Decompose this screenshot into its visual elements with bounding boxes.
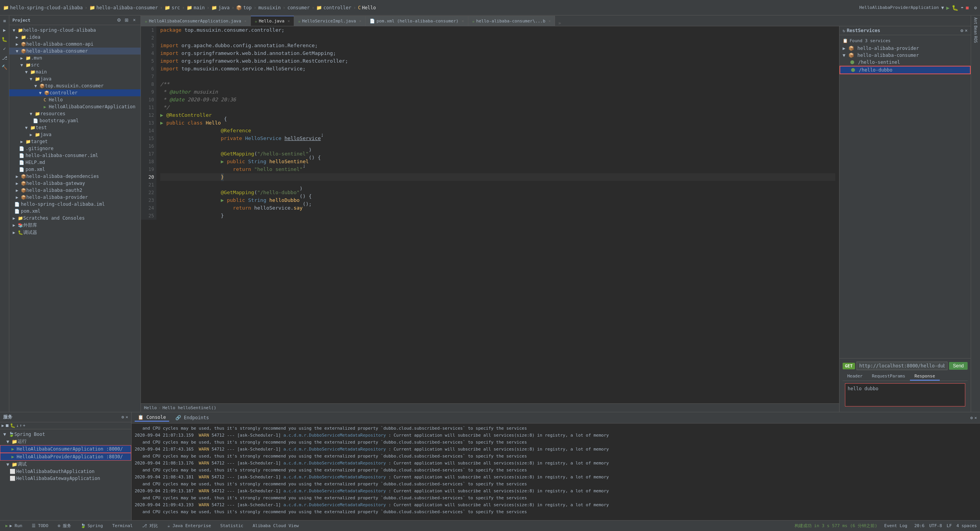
tree-root-pom[interactable]: 📄 pom.xml (9, 208, 140, 215)
stop-btn[interactable]: ■ (966, 5, 969, 10)
tree-test[interactable]: ▼ 📁 test (9, 124, 140, 131)
run-sidebar-icon[interactable]: ▶ (1, 26, 9, 34)
tree-resources[interactable]: ▼ 📁 resources (9, 110, 140, 117)
right-sidebar-icon-1[interactable]: Ant (972, 17, 980, 25)
breadcrumb-module[interactable]: hello-alibaba-consumer (96, 5, 158, 10)
tree-main[interactable]: ▼ 📁 main (9, 68, 140, 75)
tree-pom-consumer[interactable]: 📄 pom.xml (9, 166, 140, 173)
services-tool-2[interactable]: × (125, 415, 128, 420)
terminal-status-btn[interactable]: Terminal (110, 521, 135, 531)
tab-consumer-b[interactable]: ☕ hello-alibaba-consumer\...b × (468, 16, 555, 26)
svc-tb-4[interactable]: ↓ (16, 423, 19, 428)
tab-pom[interactable]: 📄 pom.xml (hello-alibaba-consumer) × (366, 16, 468, 26)
breadcrumb-main[interactable]: main (194, 5, 205, 10)
console-settings-icon[interactable]: ⚙ (970, 415, 973, 420)
breadcrumb-java[interactable]: java (218, 5, 230, 10)
tree-gitignore[interactable]: 📄 .gitignore (9, 145, 140, 152)
rest-tab-response[interactable]: Response (910, 372, 940, 381)
rest-tab-params[interactable]: RequestParams (867, 372, 910, 381)
java-ent-status-btn[interactable]: ☕ Java Enterprise (165, 521, 213, 531)
breadcrumb-top[interactable]: top (243, 5, 252, 10)
structure-icon[interactable]: ≡ (1, 17, 9, 25)
tree-hello-class[interactable]: C Hello (9, 96, 140, 103)
settings-btn[interactable]: ⚙ (974, 5, 977, 10)
tree-gateway[interactable]: ▶ 📦 hello-alibaba-gateway (9, 180, 140, 187)
tab-close-4[interactable]: × (548, 19, 551, 23)
tab-close-3[interactable]: × (462, 19, 464, 23)
rest-item-consumer[interactable]: ▼ 📦 hello-alibaba-consumer (840, 52, 971, 59)
tree-oauth2[interactable]: ▶ 📦 hello-alibaba-oauth2 (9, 187, 140, 194)
svc-tb-1[interactable]: ▶ (2, 423, 4, 428)
services-tool-1[interactable]: ⚙ (122, 415, 124, 420)
svc-springboot[interactable]: ▼ 🍃 Spring Boot (0, 431, 131, 438)
svc-tb-6[interactable]: + (23, 423, 26, 428)
rest-tab-header[interactable]: Header (843, 372, 867, 381)
todo-status-btn[interactable]: ☰ TODO (29, 521, 51, 531)
tree-provider[interactable]: ▶ 📦 hello-alibaba-provider (9, 194, 140, 201)
breadcrumb-src[interactable]: src (171, 5, 180, 10)
svc-tb-2[interactable]: ⏹ (5, 423, 9, 428)
alibaba-status-btn[interactable]: Alibaba Cloud View (250, 521, 301, 531)
svc-running[interactable]: ▼ 📁 运行 (0, 438, 131, 445)
svc-tb-3[interactable]: 🐛 (10, 423, 15, 428)
tree-dependencies[interactable]: ▶ 📦 hello-alibaba-dependencies (9, 173, 140, 180)
console-close-icon[interactable]: × (974, 415, 977, 420)
tree-test-java[interactable]: ▶ 📁 java (9, 131, 140, 138)
tree-consumer[interactable]: ▼ 📦 hello-alibaba-consumer (9, 48, 140, 55)
tab-hello[interactable]: ☕ Hello.java × (251, 16, 294, 26)
more-tabs[interactable]: » (557, 20, 562, 26)
debug-sidebar-icon[interactable]: 🐛 (1, 36, 9, 43)
tree-help[interactable]: 📄 HELP.md (9, 159, 140, 166)
svc-tb-5[interactable]: ↑ (19, 423, 22, 428)
tab-consumer-app[interactable]: ☕ HelloAlibabaConsumerApplication.java × (141, 16, 251, 26)
run-btn[interactable]: ▶ (946, 5, 949, 11)
build-sidebar-icon[interactable]: 🔨 (1, 63, 9, 71)
tab-close-1[interactable]: × (288, 19, 290, 23)
send-button[interactable]: Send (949, 362, 968, 370)
debug-btn[interactable]: 🐛 (952, 5, 958, 11)
panel-tool-gear[interactable]: ⚙ (116, 17, 122, 23)
git-status-btn[interactable]: ⎇ 对比 (140, 521, 161, 531)
breadcrumb-hello[interactable]: Hello (362, 5, 376, 10)
tree-consumer-app[interactable]: ▶ HelloAlibabaConsumerApplication (9, 103, 140, 110)
tree-root-iml[interactable]: 📄 hello-spring-cloud-alibaba.iml (9, 201, 140, 208)
tab-close-2[interactable]: × (359, 19, 362, 23)
breadcrumb-consumer[interactable]: consumer (287, 5, 310, 10)
refresh-icon[interactable]: ↻ (843, 28, 845, 33)
run-config-arrow[interactable]: ▼ (941, 5, 944, 10)
svc-oauth[interactable]: ⬜ HelloAlibabaOauthApplication (0, 468, 131, 475)
console-tab-console[interactable]: 📋 Console (135, 414, 169, 422)
rest-item-sentinel[interactable]: /hello-sentinel (840, 59, 971, 66)
tree-idea[interactable]: ▶ 📁 .idea (9, 34, 140, 41)
breadcrumb-project[interactable]: hello-spring-cloud-alibaba (10, 5, 83, 10)
tab-helloservice[interactable]: ☕ HelloServiceImpl.java × (294, 16, 366, 26)
run-status-btn[interactable]: ▶ ▶ Run (3, 521, 25, 531)
tab-close-0[interactable]: × (244, 19, 247, 23)
git-sidebar-icon[interactable]: ⎇ (1, 54, 9, 62)
tree-scratches[interactable]: ▶ 📁 Scratches and Consoles (9, 215, 140, 222)
tree-root[interactable]: ▼ 📁 hello-spring-cloud-alibaba (9, 27, 140, 34)
svc-gateway[interactable]: ⬜ HelloAlibabaGatewayApplication (0, 475, 131, 482)
right-sidebar-icon-2[interactable]: Bean (972, 26, 980, 34)
tree-bootstrap[interactable]: 📄 bootstrap.yaml (9, 117, 140, 124)
tree-java[interactable]: ▼ 📁 java (9, 75, 140, 82)
console-tab-endpoints[interactable]: 🔗 Endpoints (172, 414, 212, 421)
tree-common-api[interactable]: ▶ 📦 hello-alibaba-common-api (9, 41, 140, 48)
rest-settings-icon[interactable]: ⚙ (961, 28, 963, 33)
tree-src[interactable]: ▼ 📁 src (9, 61, 140, 68)
tree-target[interactable]: ▶ 📁 target (9, 138, 140, 145)
tree-mvn[interactable]: ▶ 📁 .mvn (9, 55, 140, 61)
code-editor[interactable]: 1 2 3 4 5 6 7 8 9 10 11 12 13 (141, 26, 839, 412)
tree-debugger[interactable]: ▶ 🐛 调试器 (9, 229, 140, 236)
panel-tool-close[interactable]: × (131, 17, 137, 23)
tree-controller[interactable]: ▼ 📦 controller (9, 89, 140, 96)
tree-iml[interactable]: 📄 hello-alibaba-consumer.iml (9, 152, 140, 159)
url-input[interactable] (857, 362, 947, 370)
svc-consumer[interactable]: ▶ HelloAlibabaConsumerApplication :8000/ (0, 445, 131, 453)
svc-debug[interactable]: ▼ 📁 调试 (0, 461, 131, 468)
tree-package[interactable]: ▼ 📦 top.musuixin.consumer (9, 82, 140, 89)
statistic-status-btn[interactable]: Statistic (218, 521, 246, 531)
todo-sidebar-icon[interactable]: ✓ (1, 45, 9, 53)
event-log-btn[interactable]: Event Log (882, 523, 910, 528)
rest-close-icon[interactable]: × (965, 28, 968, 33)
